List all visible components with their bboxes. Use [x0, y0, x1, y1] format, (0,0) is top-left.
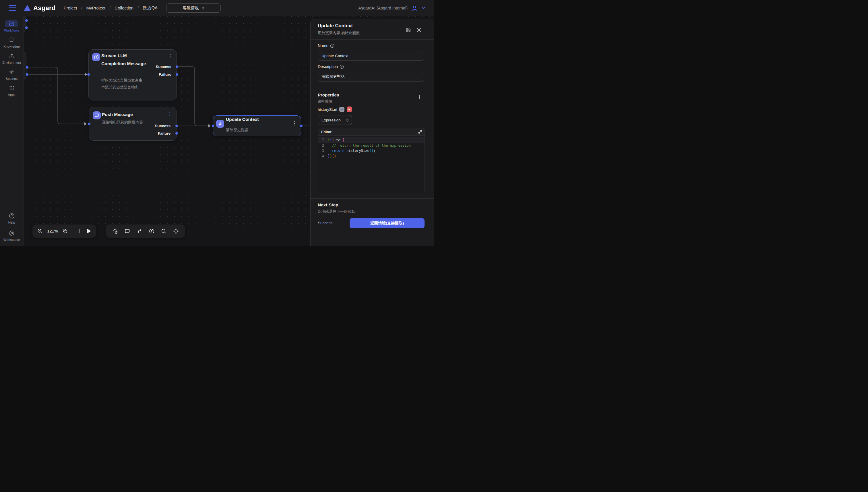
port-out-update-context[interactable] — [300, 125, 302, 127]
property-name: historyStart — [318, 107, 337, 112]
node-title: Update Context — [226, 115, 259, 123]
port-failure-push-message[interactable] — [175, 132, 178, 134]
add-property-icon[interactable] — [417, 95, 422, 99]
edit-property-button[interactable] — [339, 107, 344, 112]
save-icon[interactable] — [405, 27, 411, 33]
chevron-updown-icon — [201, 6, 204, 10]
port-success-push-message[interactable] — [175, 125, 178, 127]
zoom-level: 121% — [47, 229, 58, 233]
remove-property-button[interactable] — [347, 106, 352, 112]
home-plus-icon[interactable] — [111, 227, 119, 235]
chat-bubble-icon[interactable] — [124, 228, 131, 235]
description-input[interactable] — [318, 72, 424, 81]
person-icon[interactable] — [411, 5, 418, 11]
sidebar-item-workflows[interactable]: Workflows — [4, 20, 19, 32]
folder-icon — [8, 21, 15, 27]
kebab-menu-icon[interactable]: ⋮ — [291, 120, 298, 126]
port-label-failure: Failure — [158, 131, 171, 136]
sidebar-item-workspace[interactable]: Workspace — [3, 230, 20, 241]
zoom-in-icon[interactable] — [62, 228, 69, 235]
breadcrumb: Project / MyProject / Collection / 飯店QA — [64, 5, 157, 10]
sidebar: Workflows Knowledge Environment Settings… — [0, 16, 24, 246]
kebab-menu-icon[interactable]: ⋮ — [167, 53, 174, 59]
node-description: 清除歷史對話 — [226, 127, 289, 133]
code-area[interactable]: 1(() => { 2 // return the result of the … — [318, 136, 424, 193]
port-out[interactable] — [25, 19, 28, 22]
port-in-push-message[interactable] — [88, 123, 91, 125]
menu-icon[interactable] — [8, 5, 16, 11]
code-line: 4})() — [318, 153, 424, 159]
node-palette-toolbar — [106, 224, 185, 238]
property-type-select[interactable]: Expression — [318, 115, 352, 125]
offscreen-node-fragment-bottom[interactable] — [24, 51, 26, 81]
next-step-outcome-label: Success — [318, 221, 332, 225]
breadcrumb-collection[interactable]: Collection — [115, 5, 133, 10]
chat-bubble-icon — [93, 112, 101, 119]
code-line: 2 // return the result of the expression — [318, 143, 424, 148]
environment-select[interactable]: 客服情境 — [166, 3, 221, 13]
node-push-message[interactable]: Push Message 直接輸出訊息的回應內容 ⋮ Success Failu… — [89, 107, 176, 141]
port-label-success: Success — [155, 124, 171, 128]
code-line: 3 return historySize(); — [318, 148, 424, 153]
name-input[interactable] — [318, 51, 424, 60]
play-icon[interactable] — [86, 228, 92, 234]
port-success-stream-llm[interactable] — [176, 66, 178, 68]
port-label-failure: Failure — [159, 72, 171, 77]
node-stream-llm[interactable]: Stream LLM Completion Message 呼叫大型語言模型並產… — [89, 49, 177, 100]
move-diamond-icon[interactable] — [172, 227, 180, 235]
expression-editor[interactable]: Editor 1(() => { 2 // return the result … — [318, 128, 425, 193]
swap-arrows-icon[interactable] — [136, 227, 143, 235]
sidebar-item-help[interactable]: Help — [5, 213, 19, 224]
info-circle-icon[interactable] — [340, 65, 344, 69]
kebab-menu-icon[interactable]: ⋮ — [166, 111, 173, 117]
search-icon[interactable] — [160, 228, 167, 235]
top-bar: Asgard Project / MyProject / Collection … — [0, 0, 434, 16]
divider — [311, 198, 434, 199]
sidebar-item-environment[interactable]: Environment — [2, 52, 21, 64]
panel-title: Update Context — [318, 23, 353, 28]
logo-text: Asgard — [33, 4, 56, 12]
sidebar-item-apps[interactable]: Apps — [5, 85, 19, 96]
editor-scrollbar[interactable] — [422, 136, 422, 193]
port-out[interactable] — [26, 66, 28, 69]
properties-title: Properties — [318, 93, 339, 97]
close-icon[interactable] — [417, 28, 421, 32]
code-line: 1(() => { — [318, 137, 424, 143]
sidebar-item-knowledge[interactable]: Knowledge — [3, 36, 20, 48]
app-window: Asgard Project / MyProject / Collection … — [0, 0, 434, 246]
zoom-out-icon[interactable] — [36, 228, 43, 235]
chevron-updown-icon — [346, 118, 349, 122]
node-update-context[interactable]: Update Context 清除歷史對話 ⋮ — [213, 115, 301, 137]
node-title: Push Message — [102, 110, 133, 119]
triangle-logo-icon — [24, 5, 31, 11]
breadcrumb-myproject[interactable]: MyProject — [86, 5, 105, 10]
info-circle-icon[interactable] — [330, 44, 334, 48]
port-label-success: Success — [155, 65, 171, 69]
divider — [311, 89, 434, 89]
port-out[interactable] — [25, 26, 28, 29]
expand-arrows-icon[interactable] — [418, 130, 422, 134]
sidebar-item-settings[interactable]: Settings — [5, 69, 19, 80]
port-in-update-context[interactable] — [212, 125, 215, 127]
breadcrumb-workflow[interactable]: 飯店QA — [143, 5, 157, 10]
name-label: Name — [318, 43, 334, 48]
add-icon[interactable] — [76, 228, 82, 234]
sliders-icon — [8, 69, 15, 75]
account-label: AsgardAI (Asgard Internal) — [358, 6, 407, 10]
logo[interactable]: Asgard — [24, 4, 56, 12]
chevron-down-icon[interactable] — [421, 7, 425, 9]
description-label: Description — [318, 64, 344, 69]
port-in-stream-llm[interactable] — [87, 73, 90, 76]
upload-icon — [8, 53, 15, 59]
account-area: AsgardAI (Asgard Internal) — [358, 5, 425, 11]
panel-subtitle: 用於更新內容,初始化變數 — [318, 30, 360, 35]
port-out[interactable] — [26, 73, 28, 76]
grid-dots-icon — [9, 85, 15, 91]
offscreen-node-fragment-top[interactable] — [24, 16, 26, 33]
properties-subtitle: 編輯屬性 — [318, 99, 332, 104]
node-config-panel: Update Context 用於更新內容,初始化變數 Name Descrip… — [310, 19, 434, 246]
next-step-target-button[interactable]: 返回情境(直接聽取) — [350, 218, 424, 228]
refresh-bulb-icon[interactable] — [148, 228, 155, 235]
port-failure-stream-llm[interactable] — [176, 73, 178, 76]
breadcrumb-project[interactable]: Project — [64, 5, 77, 10]
